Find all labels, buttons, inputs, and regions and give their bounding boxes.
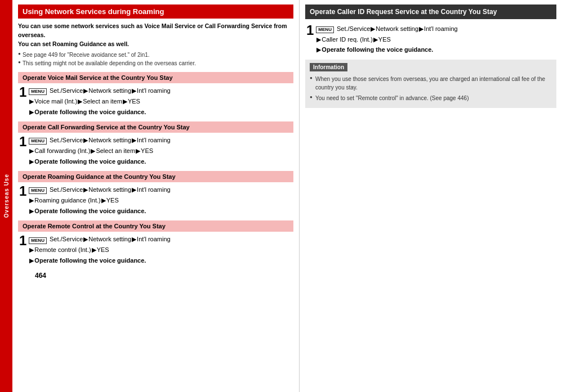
section-header-callforward: Operate Call Forwarding Service at the C… bbox=[18, 121, 293, 133]
section-header-voicemail: Operate Voice Mail Service at the Countr… bbox=[18, 72, 293, 83]
menu-icon-roaming: MENU bbox=[29, 187, 47, 194]
step-number-roaming: 1 bbox=[19, 184, 26, 198]
step-number-callforward: 1 bbox=[19, 135, 26, 148]
intro-text-1: You can use some network services such a… bbox=[18, 22, 293, 48]
step-row-remote: 1 MENU Set./Service▶Network setting▶Int'… bbox=[18, 234, 293, 265]
sidebar-label: Overseas Use bbox=[3, 174, 10, 218]
info-bullet-1: When you use those services from oversea… bbox=[310, 75, 552, 92]
bullet-2: This setting might not be available depe… bbox=[18, 59, 293, 67]
bullet-1: See page 449 for "Receive avoidance set.… bbox=[18, 51, 293, 59]
step-content-callerid: Set./Service▶Network setting▶Int'l roami… bbox=[316, 25, 457, 53]
section-header-roaming: Operate Roaming Guidance at the Country … bbox=[18, 171, 293, 182]
step-row-callforward: 1 MENU Set./Service▶Network setting▶Int'… bbox=[18, 135, 293, 166]
menu-icon-voicemail: MENU bbox=[29, 88, 47, 95]
step-content-voicemail: Set./Service▶Network setting▶Int'l roami… bbox=[29, 87, 170, 115]
step-row-voicemail: 1 MENU Set./Service▶Network setting▶Int'… bbox=[18, 85, 293, 117]
left-panel-header: Using Network Services during Roaming bbox=[18, 4, 293, 19]
sidebar: Overseas Use bbox=[0, 0, 12, 392]
info-bullet-2: You need to set "Remote control" in adva… bbox=[310, 94, 552, 102]
right-panel: Operate Caller ID Request Service at the… bbox=[300, 0, 562, 392]
info-box: Information When you use those services … bbox=[305, 60, 556, 108]
step-content-remote: Set./Service▶Network setting▶Int'l roami… bbox=[29, 236, 170, 263]
right-panel-header: Operate Caller ID Request Service at the… bbox=[305, 4, 556, 19]
page-number: 464 bbox=[35, 272, 300, 280]
info-header: Information bbox=[310, 63, 347, 71]
step-content-roaming: Set./Service▶Network setting▶Int'l roami… bbox=[29, 186, 170, 214]
main-content: Using Network Services during Roaming Yo… bbox=[12, 0, 562, 392]
menu-icon-remote: MENU bbox=[29, 237, 47, 244]
menu-icon-callforward: MENU bbox=[29, 138, 47, 145]
menu-icon-callerid: MENU bbox=[316, 26, 334, 33]
step-row-roaming: 1 MENU Set./Service▶Network setting▶Int'… bbox=[18, 184, 293, 216]
left-panel: Using Network Services during Roaming Yo… bbox=[12, 0, 300, 392]
step-number-remote: 1 bbox=[19, 234, 26, 247]
section-header-remote: Operate Remote Control at the Country Yo… bbox=[18, 220, 293, 232]
step-number-callerid: 1 bbox=[306, 24, 314, 37]
step-content-callforward: Set./Service▶Network setting▶Int'l roami… bbox=[29, 137, 170, 164]
step-row-callerid: 1 MENU Set./Service▶Network setting▶Int'… bbox=[305, 24, 556, 55]
step-number-voicemail: 1 bbox=[19, 85, 26, 99]
